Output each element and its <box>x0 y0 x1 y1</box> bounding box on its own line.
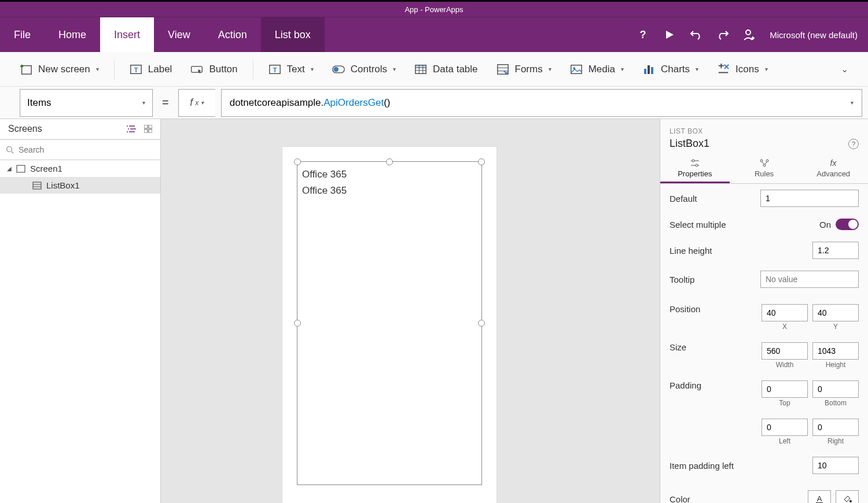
padding-right-input[interactable] <box>812 419 859 436</box>
props-tabs: Properties Rules fx Advanced <box>660 154 868 184</box>
svg-rect-41 <box>144 125 148 128</box>
svg-rect-48 <box>33 182 41 189</box>
account-icon[interactable] <box>743 28 756 41</box>
resize-handle[interactable] <box>386 158 393 165</box>
play-icon[interactable] <box>663 28 676 41</box>
help-icon[interactable]: ? <box>637 28 649 41</box>
tab-listbox-context[interactable]: List box <box>261 17 325 52</box>
svg-point-45 <box>7 147 12 152</box>
svg-rect-44 <box>149 130 152 133</box>
font-color-icon: A <box>815 494 824 503</box>
control-type-label: LIST BOX <box>660 119 868 135</box>
svg-point-2 <box>746 30 751 35</box>
formula-input[interactable]: dotnetcoreapisample.ApiOrdersGet() ▾ <box>221 89 862 117</box>
listbox-icon <box>32 182 42 190</box>
listbox-item[interactable]: Office 365 <box>297 167 481 183</box>
svg-line-59 <box>765 162 767 164</box>
fill-color-button[interactable] <box>836 490 859 503</box>
tree-search[interactable] <box>0 139 160 160</box>
svg-point-52 <box>692 160 694 162</box>
charts-button[interactable]: Charts ▾ <box>634 60 707 79</box>
svg-rect-43 <box>144 130 148 133</box>
svg-line-46 <box>12 151 13 153</box>
tab-action[interactable]: Action <box>204 17 261 52</box>
size-width-input[interactable] <box>762 342 808 360</box>
label-button[interactable]: T Label <box>122 60 181 79</box>
resize-handle[interactable] <box>294 320 301 327</box>
text-button[interactable]: T Text ▾ <box>260 60 322 79</box>
prop-color-label: Color <box>670 494 808 504</box>
tree-node-listbox1[interactable]: ListBox1 <box>0 177 160 194</box>
size-height-input[interactable] <box>812 342 859 360</box>
props-tab-advanced[interactable]: fx Advanced <box>799 154 868 183</box>
prop-line-height-input[interactable] <box>812 242 859 259</box>
forms-icon <box>496 63 509 76</box>
forms-button[interactable]: Forms ▾ <box>488 60 560 79</box>
resize-handle[interactable] <box>294 158 301 165</box>
ribbon-tabs: File Home Insert View Action List box <box>0 17 325 52</box>
resize-handle[interactable] <box>478 320 485 327</box>
tree-list-icon[interactable] <box>127 125 136 133</box>
controls-icon <box>332 63 345 76</box>
toggle-state-label: On <box>819 220 831 230</box>
chevron-down-icon: ▾ <box>393 66 396 72</box>
button-button[interactable]: Button <box>182 60 245 79</box>
tab-insert[interactable]: Insert <box>100 17 154 52</box>
select-multiple-toggle[interactable] <box>836 219 859 230</box>
tree-node-screen1[interactable]: ◢ Screen1 <box>0 160 160 177</box>
canvas[interactable]: Office 365 Office 365 <box>161 119 660 503</box>
tab-file[interactable]: File <box>0 17 45 52</box>
user-label[interactable]: Microsoft (new default) <box>770 30 858 40</box>
prop-tooltip-input[interactable] <box>760 271 859 288</box>
tab-home[interactable]: Home <box>45 17 100 52</box>
chevron-down-icon: ▾ <box>621 66 624 72</box>
media-button[interactable]: Media ▾ <box>562 60 632 79</box>
icons-button[interactable]: Icons ▾ <box>709 60 776 79</box>
icons-icon <box>717 63 730 76</box>
sliders-icon <box>690 158 700 168</box>
button-icon <box>190 63 203 76</box>
resize-handle[interactable] <box>478 158 485 165</box>
prop-item-padding-left-label: Item padding left <box>670 461 812 471</box>
svg-point-56 <box>766 160 768 162</box>
position-x-input[interactable] <box>762 304 808 321</box>
svg-rect-29 <box>651 67 653 74</box>
svg-rect-5 <box>22 65 31 74</box>
toolbar-expand[interactable]: ⌄ <box>833 60 856 78</box>
svg-rect-42 <box>149 125 152 128</box>
redo-icon[interactable] <box>716 28 729 41</box>
prop-select-multiple-label: Select multiple <box>670 220 819 230</box>
padding-bottom-input[interactable] <box>812 380 859 398</box>
collapse-icon: ◢ <box>7 165 12 172</box>
fx-button[interactable]: fx ▾ <box>178 89 215 117</box>
new-screen-icon <box>20 63 32 76</box>
svg-point-39 <box>128 128 129 130</box>
undo-icon[interactable] <box>690 28 703 41</box>
controls-button[interactable]: Controls ▾ <box>324 60 404 79</box>
props-tab-properties[interactable]: Properties <box>660 154 730 183</box>
prop-default-input[interactable] <box>760 190 859 207</box>
tree-search-input[interactable] <box>19 145 155 154</box>
props-tab-rules[interactable]: Rules <box>730 154 799 183</box>
new-screen-button[interactable]: New screen ▾ <box>12 60 107 79</box>
padding-top-input[interactable] <box>762 380 808 398</box>
search-icon <box>6 146 14 154</box>
insert-toolbar: New screen ▾ T Label Button T Text ▾ Con… <box>0 52 868 87</box>
tree-grid-icon[interactable] <box>144 125 152 133</box>
listbox-control[interactable]: Office 365 Office 365 <box>297 161 482 485</box>
prop-padding-label: Padding <box>670 380 762 390</box>
prop-position-label: Position <box>670 304 762 314</box>
tab-view[interactable]: View <box>154 17 204 52</box>
property-selector[interactable]: Items ▾ <box>20 89 153 117</box>
listbox-item[interactable]: Office 365 <box>297 183 481 199</box>
svg-point-55 <box>760 160 763 162</box>
app-title: App - PowerApps <box>404 5 463 14</box>
data-table-button[interactable]: Data table <box>406 60 486 79</box>
padding-left-input[interactable] <box>762 419 808 436</box>
item-padding-left-input[interactable] <box>812 457 859 474</box>
help-icon[interactable]: ? <box>848 139 859 149</box>
chevron-down-icon: ▾ <box>311 66 314 72</box>
font-color-button[interactable]: A <box>808 490 831 503</box>
position-y-input[interactable] <box>812 304 859 321</box>
artboard[interactable]: Office 365 Office 365 <box>282 147 496 503</box>
